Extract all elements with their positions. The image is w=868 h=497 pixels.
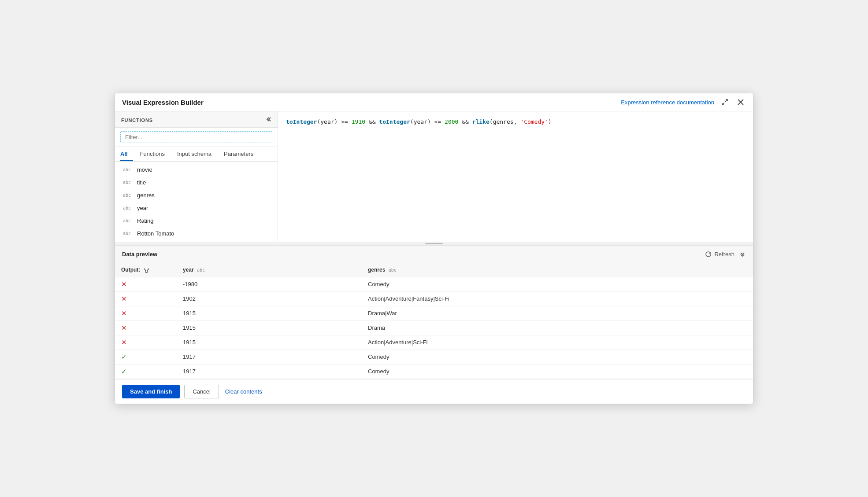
abc-badge: abc [123, 218, 133, 223]
col-header-year: year abc [177, 263, 362, 277]
tab-functions[interactable]: Functions [140, 147, 170, 161]
expr-tointeger-1: toInteger [286, 118, 317, 125]
genres-cell: Drama [362, 320, 753, 335]
output-cell: ✕ [115, 320, 177, 335]
output-cell: ✕ [115, 335, 177, 350]
filter-icon [144, 268, 149, 273]
table-row: ✕ 1915 Drama [115, 320, 753, 335]
genres-cell: Comedy [362, 277, 753, 291]
left-panel: FUNCTIONS All Functions Input schema Par… [115, 111, 278, 242]
output-cell: ✓ [115, 350, 177, 364]
expand-preview-button[interactable] [739, 250, 746, 258]
clear-contents-link[interactable]: Clear contents [223, 385, 264, 398]
tabs-row: All Functions Input schema Parameters [115, 147, 278, 162]
close-icon [737, 99, 744, 106]
collapse-icon [264, 116, 271, 123]
preview-table-wrap: Output: year abc genres abc [115, 263, 753, 379]
genres-cell: Comedy [362, 364, 753, 379]
drag-handle [425, 243, 443, 244]
schema-item[interactable]: abcyear [115, 202, 278, 214]
refresh-icon [705, 251, 712, 258]
schema-item[interactable]: abcRating [115, 214, 278, 227]
right-panel: toInteger(year) >= 1910 && toInteger(yea… [278, 111, 753, 242]
tab-parameters[interactable]: Parameters [224, 147, 259, 161]
col-header-output: Output: [115, 263, 177, 277]
output-cell: ✕ [115, 306, 177, 320]
expand-icon-button[interactable] [720, 98, 730, 107]
schema-item[interactable]: abcmovie [115, 163, 278, 176]
col-header-genres: genres abc [362, 263, 753, 277]
cross-icon: ✕ [121, 309, 127, 317]
close-button[interactable] [735, 98, 746, 107]
table-header-row: Output: year abc genres abc [115, 263, 753, 277]
schema-name: movie [137, 166, 152, 173]
table-row: ✕ -1980 Comedy [115, 277, 753, 291]
year-cell: 1917 [177, 350, 362, 364]
year-cell: 1915 [177, 320, 362, 335]
genres-cell: Action|Adventure|Fantasy|Sci-Fi [362, 291, 753, 306]
doc-link[interactable]: Expression reference documentation [621, 99, 714, 106]
save-and-finish-button[interactable]: Save and finish [122, 385, 180, 398]
panel-header: FUNCTIONS [115, 111, 278, 128]
schema-item[interactable]: abcgenres [115, 189, 278, 202]
cross-icon: ✕ [121, 324, 127, 331]
expand-icon [721, 99, 728, 106]
check-icon: ✓ [121, 353, 127, 361]
filter-wrap [115, 128, 278, 147]
abc-badge: abc [123, 167, 133, 172]
genres-cell: Action|Adventure|Sci-Fi [362, 335, 753, 350]
modal-footer: Save and finish Cancel Clear contents [115, 379, 753, 404]
cross-icon: ✕ [121, 339, 127, 346]
tab-input-schema[interactable]: Input schema [177, 147, 217, 161]
expression-display[interactable]: toInteger(year) >= 1910 && toInteger(yea… [278, 111, 753, 147]
table-row: ✕ 1902 Action|Adventure|Fantasy|Sci-Fi [115, 291, 753, 306]
schema-name: Rotton Tomato [137, 230, 174, 237]
year-cell: 1915 [177, 335, 362, 350]
schema-item[interactable]: abcRotton Tomato [115, 227, 278, 240]
output-cell: ✕ [115, 291, 177, 306]
schema-item[interactable]: abctitle [115, 176, 278, 189]
schema-name: Rating [137, 217, 154, 224]
schema-name: title [137, 179, 146, 186]
modal-header: Visual Expression Builder Expression ref… [115, 93, 753, 111]
output-cell: ✓ [115, 364, 177, 379]
preview-table: Output: year abc genres abc [115, 263, 753, 379]
cancel-button[interactable]: Cancel [184, 385, 219, 398]
collapse-button[interactable] [264, 116, 271, 125]
visual-expression-builder-modal: Visual Expression Builder Expression ref… [115, 93, 753, 404]
table-row: ✕ 1915 Drama|War [115, 306, 753, 320]
preview-header: Data preview Refresh [115, 246, 753, 263]
tab-all[interactable]: All [120, 147, 133, 161]
preview-title: Data preview [122, 251, 157, 258]
year-cell: 1902 [177, 291, 362, 306]
output-cell: ✕ [115, 277, 177, 291]
expr-tointeger-2: toInteger [379, 118, 410, 125]
schema-name: year [137, 205, 148, 211]
genres-cell: Comedy [362, 350, 753, 364]
cross-icon: ✕ [121, 295, 127, 302]
cross-icon: ✕ [121, 280, 127, 288]
drag-divider[interactable] [115, 242, 753, 245]
abc-badge: abc [123, 193, 133, 198]
panel-title: FUNCTIONS [121, 118, 153, 123]
table-row: ✓ 1917 Comedy [115, 350, 753, 364]
expr-rlike: rlike [472, 118, 490, 125]
main-content: FUNCTIONS All Functions Input schema Par… [115, 111, 753, 242]
abc-badge: abc [123, 231, 133, 236]
refresh-button[interactable]: Refresh [705, 251, 734, 258]
table-row: ✕ 1915 Action|Adventure|Sci-Fi [115, 335, 753, 350]
schema-list: abcmovieabctitleabcgenresabcyearabcRatin… [115, 162, 278, 242]
chevron-down-icon [739, 250, 746, 257]
preview-tbody: ✕ -1980 Comedy ✕ 1902 Action|Adventure|F… [115, 277, 753, 379]
genres-cell: Drama|War [362, 306, 753, 320]
check-icon: ✓ [121, 368, 127, 375]
modal-title: Visual Expression Builder [122, 99, 204, 106]
filter-input[interactable] [120, 131, 272, 143]
abc-badge: abc [123, 206, 133, 210]
year-cell: 1917 [177, 364, 362, 379]
table-row: ✓ 1917 Comedy [115, 364, 753, 379]
header-actions: Expression reference documentation [621, 98, 746, 107]
abc-badge: abc [123, 180, 133, 185]
year-cell: 1915 [177, 306, 362, 320]
schema-name: genres [137, 192, 155, 199]
